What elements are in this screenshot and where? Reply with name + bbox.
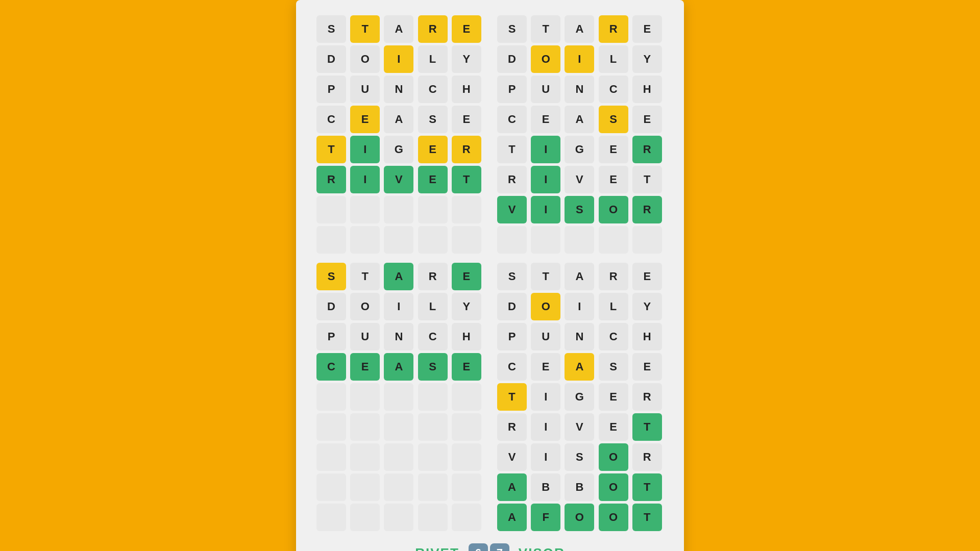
grid-cell: T	[497, 383, 527, 411]
grid-cell: E	[418, 166, 448, 193]
grid-cell: U	[531, 76, 560, 103]
grid-cell: P	[497, 323, 527, 350]
grid-cell: A	[384, 106, 413, 133]
top-left-section: STAREDOILYPUNCHCEASETIGERRIVET	[316, 15, 483, 254]
grid-cell: H	[452, 323, 481, 350]
grid-cell: A	[565, 106, 594, 133]
grid-cell: C	[418, 323, 448, 350]
grid-cell: R	[599, 15, 628, 43]
grid-cell: P	[316, 76, 346, 103]
grid-cell: A	[384, 15, 413, 43]
grid-cell: P	[316, 323, 346, 350]
grid-cell: N	[384, 323, 413, 350]
grid-cell: E	[452, 353, 481, 381]
grid-cell: T	[350, 15, 380, 43]
grid-cell: C	[497, 106, 527, 133]
grid-cell: S	[565, 443, 594, 471]
top-right-grid: STAREDOILYPUNCHCEASETIGERRIVETVISOR	[497, 15, 664, 223]
footer-row1: RIVET 6 7 VISOR	[316, 543, 664, 551]
grid-cell: I	[350, 136, 380, 163]
grid-cell: B	[565, 473, 594, 501]
grid-cell: O	[599, 443, 628, 471]
grid-cell: R	[452, 136, 481, 163]
grid-cell: O	[599, 196, 628, 223]
grid-cell: R	[497, 413, 527, 441]
grid-cell: A	[565, 263, 594, 290]
top-grids: STAREDOILYPUNCHCEASETIGERRIVET STAREDOIL…	[316, 15, 664, 254]
grid-cell: A	[565, 353, 594, 381]
grid-cell: A	[497, 473, 527, 501]
grid-cell: E	[350, 353, 380, 381]
grid-cell: I	[531, 443, 560, 471]
grid-cell: L	[418, 293, 448, 320]
top-right-section: STAREDOILYPUNCHCEASETIGERRIVETVISOR	[497, 15, 664, 254]
grid-cell: Y	[632, 293, 662, 320]
grid-cell: A	[565, 15, 594, 43]
grid-cell: C	[599, 76, 628, 103]
grid-cell: I	[384, 45, 413, 73]
bottom-grids: STAREDOILYPUNCHCEASE STAREDOILYPUNCHCEAS…	[316, 263, 664, 531]
grid-cell: I	[531, 136, 560, 163]
grid-cell: E	[599, 413, 628, 441]
grid-cell: E	[599, 166, 628, 193]
grid-cell: S	[599, 106, 628, 133]
grid-cell: E	[452, 263, 481, 290]
grid-cell: N	[565, 76, 594, 103]
grid-cell: S	[599, 353, 628, 381]
grid-cell: A	[497, 504, 527, 531]
grid-cell: U	[531, 323, 560, 350]
grid-cell: R	[632, 196, 662, 223]
grid-cell: C	[418, 76, 448, 103]
grid-cell: T	[452, 166, 481, 193]
grid-cell: V	[565, 413, 594, 441]
grid-cell: G	[384, 136, 413, 163]
grid-cell: U	[350, 76, 380, 103]
grid-cell: T	[316, 136, 346, 163]
grid-cell: T	[632, 166, 662, 193]
grid-cell: F	[531, 504, 560, 531]
grid-cell: L	[418, 45, 448, 73]
grid-cell: I	[565, 293, 594, 320]
grid-cell: O	[531, 293, 560, 320]
score-rivet-visor: 6 7	[469, 543, 509, 551]
grid-cell: N	[384, 76, 413, 103]
grid-cell: O	[599, 504, 628, 531]
grid-cell: D	[316, 293, 346, 320]
grid-cell: T	[632, 473, 662, 501]
word-rivet[interactable]: RIVET	[415, 545, 459, 552]
grid-cell: L	[599, 45, 628, 73]
grid-cell: E	[632, 15, 662, 43]
grid-cell: C	[316, 106, 346, 133]
grid-cell: I	[384, 293, 413, 320]
grid-cell: G	[565, 383, 594, 411]
grid-cell: S	[316, 263, 346, 290]
grid-cell: E	[632, 106, 662, 133]
grid-cell: O	[350, 293, 380, 320]
grid-cell: D	[497, 45, 527, 73]
grid-cell: S	[418, 353, 448, 381]
grid-cell: Y	[632, 45, 662, 73]
grid-cell: H	[632, 323, 662, 350]
grid-cell: E	[531, 106, 560, 133]
grid-cell: C	[316, 353, 346, 381]
grid-cell: S	[497, 15, 527, 43]
grid-cell: O	[531, 45, 560, 73]
grid-cell: I	[531, 196, 560, 223]
grid-cell: H	[632, 76, 662, 103]
top-right-empty-rows	[497, 226, 664, 254]
grid-cell: R	[632, 383, 662, 411]
grid-cell: E	[418, 136, 448, 163]
bottom-right-grid: STAREDOILYPUNCHCEASETIGERRIVETVISORABBOT…	[497, 263, 664, 531]
grid-cell: E	[350, 106, 380, 133]
top-left-empty-rows	[316, 196, 483, 254]
grid-cell: T	[632, 413, 662, 441]
grid-cell: I	[565, 45, 594, 73]
grid-cell: P	[497, 76, 527, 103]
grid-cell: A	[384, 353, 413, 381]
grid-cell: Y	[452, 293, 481, 320]
word-visor[interactable]: VISOR	[519, 545, 565, 552]
top-left-grid: STAREDOILYPUNCHCEASETIGERRIVET	[316, 15, 483, 193]
grid-cell: V	[384, 166, 413, 193]
grid-cell: O	[350, 45, 380, 73]
grid-cell: O	[565, 504, 594, 531]
